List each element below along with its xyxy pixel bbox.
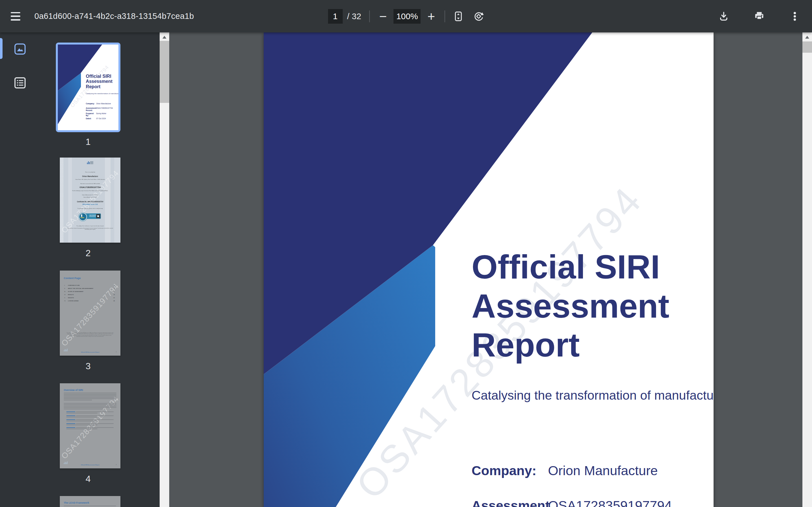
text-line [64, 394, 116, 395]
outline-icon [14, 77, 26, 89]
footer-page-number: 3 [116, 351, 116, 353]
thumbnail-4-label: 4 [56, 474, 120, 484]
text-line [64, 395, 116, 396]
menu-button[interactable] [11, 12, 21, 20]
pdf-viewer: 0a61d600-a741-4b2c-a318-13154b7cea1b / 3… [0, 0, 812, 507]
text-line [64, 398, 116, 399]
thumbnail-2-label: 2 [56, 248, 120, 259]
cover-subtitle: Catalysing the transformation of manufac… [86, 93, 118, 95]
cover-title: Official SIRI Assessment Report [471, 247, 669, 365]
toc-title: OVERVIEW OF SIRI [68, 285, 80, 286]
toc-numeral: I. [64, 285, 65, 286]
thumbnail-1-label: 1 [56, 137, 120, 147]
toolbar-divider [445, 10, 445, 22]
thumbnail-4[interactable]: OSA1728359197794 Overview of SIRI Offici… [60, 383, 120, 468]
text-line [66, 413, 97, 413]
field-value: Orion Manufacture [96, 103, 111, 105]
field-value: Sunny Asher [96, 112, 106, 114]
thumbnail-5[interactable]: The LEAD Framework [60, 496, 120, 507]
certificate-scope: For the following scope of services Free… [60, 190, 120, 191]
footer-logo-icon [64, 461, 67, 464]
field-label: Prepared By: [86, 112, 96, 117]
zoom-level[interactable]: 100% [394, 9, 421, 24]
rotate-button[interactable] [473, 11, 484, 22]
toc-page-number: 13 [113, 294, 115, 295]
download-button[interactable] [718, 11, 729, 22]
footer-title: Official SIRI Assessment Report [60, 351, 120, 353]
thumbnail-1[interactable]: OSA1728359197794 Official SIRI Assessmen… [56, 43, 120, 132]
cover-title-line: Official SIRI [86, 73, 112, 79]
fit-page-button[interactable] [453, 11, 464, 22]
thumbnail-1-page: OSA1728359197794 Official SIRI Assessmen… [58, 45, 118, 130]
pdf-page-1: OSA1728359197794 Official SIRI Assessmen… [264, 33, 714, 507]
certificate-address: Orion Street 14B, Sydney, New South Wale… [60, 179, 120, 180]
thumbnails-view-button[interactable] [14, 43, 26, 56]
certificate-number: Certificate No: SIRI-CE1728359197794 [60, 201, 120, 202]
toc-numeral: V. [64, 297, 65, 298]
field-value: Orion Manufacture [548, 463, 658, 478]
more-actions-button[interactable] [790, 11, 800, 22]
certificate-osa-number: OSA1728359197794 [60, 186, 120, 188]
kebab-menu-icon [790, 11, 800, 22]
thumbnail-3-label: 3 [56, 361, 120, 372]
certificate-date: Date of Assessment: 07 Oct 2024 [60, 194, 120, 195]
toc-numeral: II. [64, 288, 65, 289]
cover-page: OSA1728359197794 Official SIRI Assessmen… [264, 33, 714, 507]
toc-title: INSIGHTS [68, 297, 74, 298]
zoom-in-button[interactable]: + [426, 10, 437, 23]
zoom-out-button[interactable]: − [378, 10, 389, 23]
page-number-input[interactable] [328, 9, 343, 24]
text-line [66, 415, 75, 416]
cover-title-line: Official SIRI [471, 247, 669, 287]
text-line [64, 393, 116, 393]
print-button[interactable] [754, 11, 765, 22]
toc-title: SCOPE OF ASSESSMENT [68, 291, 84, 292]
text-line [66, 429, 97, 429]
text-line [64, 409, 103, 409]
field-value: OSA1728359197794 [548, 498, 672, 507]
sidebar-scrollbar[interactable] [160, 33, 169, 507]
certificate-badge: OSA1728359197794 [77, 213, 103, 220]
text-line [76, 419, 113, 420]
hamburger-icon [11, 15, 20, 17]
certificate-verify: To verify this certificate, please visit… [60, 208, 120, 209]
certificate-property: This certificate remains the property of… [65, 228, 115, 230]
text-line [64, 407, 116, 408]
cover-title-line: Assessment [86, 79, 112, 84]
toc-page-number: 21 [113, 297, 115, 298]
scrollbar-thumb[interactable] [802, 42, 812, 53]
disclaimer-text: The information provided by the Certifie… [66, 332, 114, 337]
hamburger-icon [11, 19, 20, 20]
main-scrollbar[interactable] [802, 33, 812, 507]
toc-title: LOOKING AHEAD [68, 300, 79, 301]
outline-view-button[interactable] [14, 77, 26, 90]
certificate-line: This is to certify that [60, 171, 120, 173]
download-icon [718, 11, 729, 22]
toc-page-number: 11 [113, 291, 115, 292]
cover-title-line: Report [86, 84, 112, 89]
text-line [76, 423, 113, 424]
scrollbar-thumb[interactable] [160, 41, 169, 103]
certificate-line: Has been assessed to be SIRI certified [60, 183, 120, 185]
hamburger-icon [11, 12, 20, 13]
text-line [66, 427, 75, 428]
thumbnail-2[interactable]: OSA1728359197794 This is to certify that… [60, 158, 120, 243]
text-line [76, 427, 113, 428]
text-line [66, 425, 97, 425]
footer-title: Official SIRI Assessment Report [60, 464, 120, 465]
text-line [66, 419, 75, 420]
scroll-up-button[interactable] [802, 33, 812, 43]
toc-numeral: VI. [64, 300, 66, 301]
toc-page-number: 29 [113, 300, 115, 301]
thumbnail-3[interactable]: OSA1728359197794 Content Page I.OVERVIEW… [60, 271, 120, 356]
text-line [64, 403, 116, 404]
toc-title: RESULTS [68, 294, 74, 295]
toc-title: ABOUT THE OFFICIAL SIRI ASSESSMENT [68, 288, 93, 289]
cover-subtitle: Catalysing the transformation of manufac… [471, 388, 714, 403]
text-line [64, 400, 92, 400]
print-icon [754, 11, 765, 22]
certificate-score: SIRI Emblem Score: 2.91 [60, 204, 120, 205]
rotate-icon [473, 11, 484, 22]
text-line [64, 397, 116, 397]
page-count-label: / 32 [347, 11, 361, 21]
